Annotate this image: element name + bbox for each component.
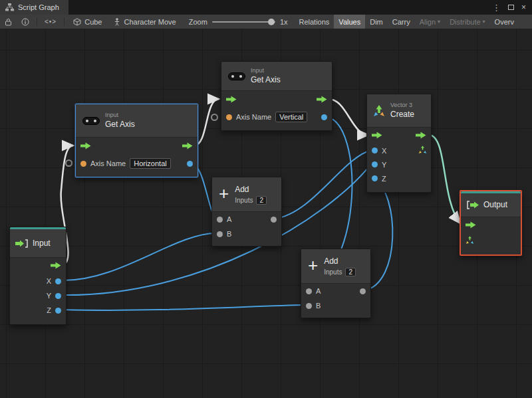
- flow-out-port-icon[interactable]: [51, 262, 61, 269]
- lock-button[interactable]: [0, 15, 17, 29]
- inputs-count-field[interactable]: 2: [345, 268, 356, 276]
- wire-value-input-x-to-add1-b[interactable]: [61, 233, 216, 280]
- insert-node-button[interactable]: <•>: [40, 15, 61, 29]
- cube-icon: [73, 18, 81, 26]
- node-title: Create: [390, 110, 414, 120]
- gamepad-icon: [82, 116, 100, 126]
- value-in-port[interactable]: [217, 231, 223, 237]
- node-header[interactable]: + Add Inputs 2: [212, 177, 281, 212]
- node-category: Input: [251, 67, 281, 74]
- node-header[interactable]: Input Get Axis: [221, 62, 332, 91]
- zoom-slider[interactable]: [212, 21, 275, 23]
- flow-out-port-icon[interactable]: [317, 96, 327, 103]
- toolbar-separator: [37, 17, 37, 26]
- value-out-port[interactable]: [55, 308, 61, 314]
- tab-bar: Script Graph ⋮ ×: [0, 0, 532, 15]
- flow-in-port-icon[interactable]: [80, 142, 91, 149]
- node-get-axis-horizontal[interactable]: Input Get Axis Axis Name Horizontal: [75, 104, 198, 177]
- node-vector3-create[interactable]: Vector 3 Create X Y Z: [366, 94, 432, 193]
- flow-out-port-icon[interactable]: [182, 142, 193, 149]
- overview-button[interactable]: Overv: [490, 15, 519, 29]
- breadcrumb-cube[interactable]: Cube: [67, 18, 108, 26]
- align-dropdown[interactable]: Align ▾: [415, 15, 445, 29]
- port-a-label: A: [316, 287, 321, 295]
- value-in-port[interactable]: [306, 303, 312, 309]
- node-graph-input[interactable]: Input X Y Z: [9, 227, 66, 325]
- relations-button-label: Relations: [299, 18, 330, 26]
- graph-toolbar: <•> Cube Character Move Zoom 1x Relation…: [0, 15, 532, 29]
- value-in-port[interactable]: [372, 175, 378, 181]
- value-in-port[interactable]: [217, 217, 223, 223]
- unconnected-port[interactable]: [211, 114, 218, 121]
- zoom-label: Zoom: [189, 18, 207, 26]
- breadcrumb-character-move[interactable]: Character Move: [108, 18, 182, 26]
- node-title: Add: [324, 256, 356, 266]
- menu-icon[interactable]: ⋮: [492, 3, 501, 13]
- breadcrumb-cube-label: Cube: [84, 18, 102, 26]
- zoom-slider-handle[interactable]: [268, 19, 275, 25]
- node-header[interactable]: Output: [461, 193, 521, 217]
- node-header[interactable]: Input: [10, 229, 66, 258]
- carry-button[interactable]: Carry: [388, 15, 415, 29]
- node-category: Vector 3: [390, 102, 414, 109]
- axis-name-label: Axis Name: [236, 113, 271, 121]
- overview-button-label: Overv: [495, 18, 514, 26]
- flow-in-port-icon[interactable]: [466, 221, 476, 229]
- value-out-port[interactable]: [321, 114, 327, 120]
- value-in-port[interactable]: [372, 161, 378, 167]
- value-out-port[interactable]: [55, 293, 61, 299]
- node-header[interactable]: + Add Inputs 2: [301, 249, 370, 284]
- node-add-2[interactable]: + Add Inputs 2 A B: [301, 249, 371, 318]
- distribute-dropdown[interactable]: Distribute ▾: [445, 15, 489, 29]
- chevron-down-icon: ▾: [483, 19, 485, 25]
- flow-in-port-icon[interactable]: [372, 132, 382, 139]
- string-port[interactable]: [80, 161, 86, 167]
- chevron-down-icon: ▾: [438, 19, 440, 25]
- axis-name-field[interactable]: Horizontal: [130, 158, 171, 169]
- dim-button[interactable]: Dim: [365, 15, 388, 29]
- port-z-label: Z: [47, 306, 51, 314]
- wire-flow-getaxis-vertical-to-vector3[interactable]: [329, 99, 368, 135]
- values-button[interactable]: Values: [334, 15, 365, 29]
- port-y-label: Y: [47, 292, 51, 300]
- value-out-port[interactable]: [187, 161, 193, 167]
- maximize-icon[interactable]: [508, 5, 514, 10]
- string-port[interactable]: [226, 114, 232, 120]
- value-in-port[interactable]: [306, 288, 312, 294]
- inputs-count-field[interactable]: 2: [256, 196, 267, 205]
- value-out-port[interactable]: [271, 217, 277, 223]
- node-get-axis-vertical[interactable]: Input Get Axis Axis Name Vertical: [221, 61, 332, 131]
- unconnected-port[interactable]: [65, 159, 72, 167]
- info-icon: [21, 18, 29, 26]
- value-in-port[interactable]: [372, 148, 378, 153]
- vector3-out-port-icon[interactable]: [418, 146, 427, 154]
- node-add-1[interactable]: + Add Inputs 2 A B: [211, 177, 282, 247]
- character-icon: [114, 18, 120, 26]
- wire-value-input-z-to-add2-b[interactable]: [61, 305, 305, 310]
- script-graph-icon: [5, 3, 14, 11]
- node-category: Input: [105, 112, 135, 119]
- node-title: Get Axis: [105, 120, 135, 130]
- dim-button-label: Dim: [370, 18, 383, 26]
- info-button[interactable]: [17, 15, 34, 29]
- relations-button[interactable]: Relations: [295, 15, 334, 29]
- close-icon[interactable]: ×: [521, 3, 526, 12]
- node-header[interactable]: Input Get Axis: [76, 104, 198, 138]
- values-button-label: Values: [338, 18, 360, 26]
- port-z-label: Z: [382, 175, 386, 183]
- axis-name-field[interactable]: Vertical: [275, 112, 307, 122]
- flow-out-port-icon[interactable]: [416, 132, 426, 139]
- wire-flow-vector3-to-output[interactable]: [430, 135, 460, 223]
- toolbar-separator: [64, 17, 65, 26]
- graph-output-icon: [466, 201, 479, 209]
- vector3-in-port-icon[interactable]: [466, 236, 474, 245]
- gamepad-icon: [228, 71, 245, 82]
- value-out-port[interactable]: [360, 288, 366, 294]
- tab-title: Script Graph: [18, 3, 59, 11]
- node-header[interactable]: Vector 3 Create: [367, 94, 431, 128]
- tab-script-graph[interactable]: Script Graph: [0, 0, 68, 15]
- code-icon: <•>: [45, 18, 57, 25]
- node-graph-output[interactable]: Output: [460, 190, 522, 256]
- value-out-port[interactable]: [55, 278, 61, 284]
- flow-in-port-icon[interactable]: [226, 96, 237, 103]
